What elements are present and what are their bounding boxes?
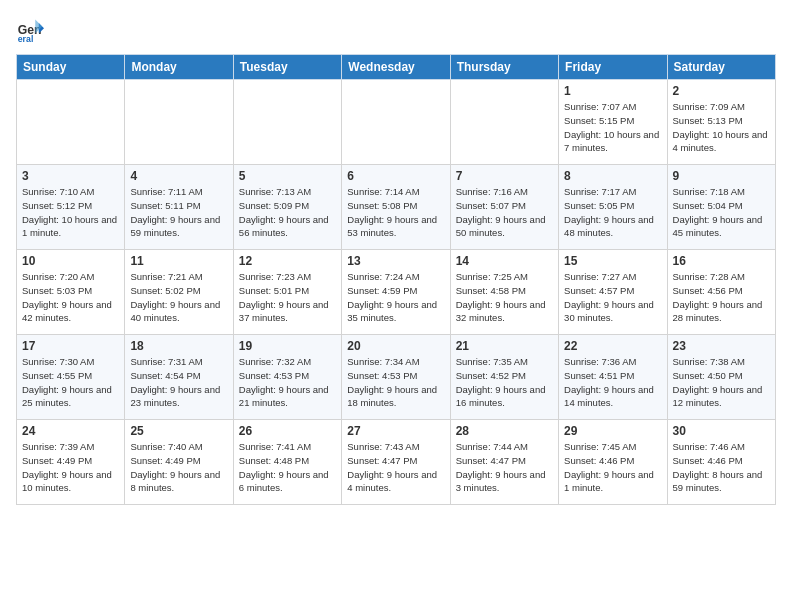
day-number: 16 <box>673 254 770 268</box>
day-info: Sunrise: 7:38 AM Sunset: 4:50 PM Dayligh… <box>673 355 770 410</box>
day-info: Sunrise: 7:10 AM Sunset: 5:12 PM Dayligh… <box>22 185 119 240</box>
day-info: Sunrise: 7:41 AM Sunset: 4:48 PM Dayligh… <box>239 440 336 495</box>
calendar-cell: 21Sunrise: 7:35 AM Sunset: 4:52 PM Dayli… <box>450 335 558 420</box>
day-number: 20 <box>347 339 444 353</box>
day-number: 6 <box>347 169 444 183</box>
day-info: Sunrise: 7:23 AM Sunset: 5:01 PM Dayligh… <box>239 270 336 325</box>
calendar-cell: 4Sunrise: 7:11 AM Sunset: 5:11 PM Daylig… <box>125 165 233 250</box>
day-number: 3 <box>22 169 119 183</box>
calendar-week-row: 17Sunrise: 7:30 AM Sunset: 4:55 PM Dayli… <box>17 335 776 420</box>
calendar-cell: 15Sunrise: 7:27 AM Sunset: 4:57 PM Dayli… <box>559 250 667 335</box>
day-number: 13 <box>347 254 444 268</box>
header-wednesday: Wednesday <box>342 55 450 80</box>
day-info: Sunrise: 7:44 AM Sunset: 4:47 PM Dayligh… <box>456 440 553 495</box>
calendar-cell: 25Sunrise: 7:40 AM Sunset: 4:49 PM Dayli… <box>125 420 233 505</box>
day-info: Sunrise: 7:45 AM Sunset: 4:46 PM Dayligh… <box>564 440 661 495</box>
calendar-cell: 27Sunrise: 7:43 AM Sunset: 4:47 PM Dayli… <box>342 420 450 505</box>
day-info: Sunrise: 7:18 AM Sunset: 5:04 PM Dayligh… <box>673 185 770 240</box>
calendar-cell <box>342 80 450 165</box>
day-number: 27 <box>347 424 444 438</box>
calendar-week-row: 24Sunrise: 7:39 AM Sunset: 4:49 PM Dayli… <box>17 420 776 505</box>
day-number: 7 <box>456 169 553 183</box>
day-info: Sunrise: 7:31 AM Sunset: 4:54 PM Dayligh… <box>130 355 227 410</box>
calendar-cell: 1Sunrise: 7:07 AM Sunset: 5:15 PM Daylig… <box>559 80 667 165</box>
header-friday: Friday <box>559 55 667 80</box>
day-info: Sunrise: 7:40 AM Sunset: 4:49 PM Dayligh… <box>130 440 227 495</box>
calendar-cell: 12Sunrise: 7:23 AM Sunset: 5:01 PM Dayli… <box>233 250 341 335</box>
day-info: Sunrise: 7:32 AM Sunset: 4:53 PM Dayligh… <box>239 355 336 410</box>
day-number: 8 <box>564 169 661 183</box>
day-info: Sunrise: 7:39 AM Sunset: 4:49 PM Dayligh… <box>22 440 119 495</box>
calendar-cell: 2Sunrise: 7:09 AM Sunset: 5:13 PM Daylig… <box>667 80 775 165</box>
day-info: Sunrise: 7:13 AM Sunset: 5:09 PM Dayligh… <box>239 185 336 240</box>
day-number: 17 <box>22 339 119 353</box>
svg-text:eral: eral <box>18 34 34 44</box>
calendar-cell: 23Sunrise: 7:38 AM Sunset: 4:50 PM Dayli… <box>667 335 775 420</box>
calendar-cell: 16Sunrise: 7:28 AM Sunset: 4:56 PM Dayli… <box>667 250 775 335</box>
logo-icon: Gen eral <box>16 16 44 44</box>
page-header: Gen eral <box>16 16 776 44</box>
calendar-cell: 10Sunrise: 7:20 AM Sunset: 5:03 PM Dayli… <box>17 250 125 335</box>
day-info: Sunrise: 7:30 AM Sunset: 4:55 PM Dayligh… <box>22 355 119 410</box>
calendar-cell <box>233 80 341 165</box>
day-number: 24 <box>22 424 119 438</box>
calendar-header-row: SundayMondayTuesdayWednesdayThursdayFrid… <box>17 55 776 80</box>
day-number: 19 <box>239 339 336 353</box>
calendar-cell <box>17 80 125 165</box>
day-info: Sunrise: 7:16 AM Sunset: 5:07 PM Dayligh… <box>456 185 553 240</box>
calendar-cell: 24Sunrise: 7:39 AM Sunset: 4:49 PM Dayli… <box>17 420 125 505</box>
header-thursday: Thursday <box>450 55 558 80</box>
calendar-cell: 26Sunrise: 7:41 AM Sunset: 4:48 PM Dayli… <box>233 420 341 505</box>
day-number: 9 <box>673 169 770 183</box>
calendar-cell: 28Sunrise: 7:44 AM Sunset: 4:47 PM Dayli… <box>450 420 558 505</box>
logo: Gen eral <box>16 16 48 44</box>
calendar-cell: 29Sunrise: 7:45 AM Sunset: 4:46 PM Dayli… <box>559 420 667 505</box>
day-number: 21 <box>456 339 553 353</box>
day-number: 11 <box>130 254 227 268</box>
day-info: Sunrise: 7:34 AM Sunset: 4:53 PM Dayligh… <box>347 355 444 410</box>
calendar-cell: 14Sunrise: 7:25 AM Sunset: 4:58 PM Dayli… <box>450 250 558 335</box>
day-info: Sunrise: 7:14 AM Sunset: 5:08 PM Dayligh… <box>347 185 444 240</box>
day-info: Sunrise: 7:21 AM Sunset: 5:02 PM Dayligh… <box>130 270 227 325</box>
header-tuesday: Tuesday <box>233 55 341 80</box>
day-info: Sunrise: 7:20 AM Sunset: 5:03 PM Dayligh… <box>22 270 119 325</box>
calendar-cell: 7Sunrise: 7:16 AM Sunset: 5:07 PM Daylig… <box>450 165 558 250</box>
header-saturday: Saturday <box>667 55 775 80</box>
day-info: Sunrise: 7:28 AM Sunset: 4:56 PM Dayligh… <box>673 270 770 325</box>
day-info: Sunrise: 7:11 AM Sunset: 5:11 PM Dayligh… <box>130 185 227 240</box>
day-info: Sunrise: 7:27 AM Sunset: 4:57 PM Dayligh… <box>564 270 661 325</box>
calendar-cell: 3Sunrise: 7:10 AM Sunset: 5:12 PM Daylig… <box>17 165 125 250</box>
day-number: 2 <box>673 84 770 98</box>
calendar-table: SundayMondayTuesdayWednesdayThursdayFrid… <box>16 54 776 505</box>
day-info: Sunrise: 7:24 AM Sunset: 4:59 PM Dayligh… <box>347 270 444 325</box>
day-number: 15 <box>564 254 661 268</box>
day-number: 1 <box>564 84 661 98</box>
calendar-week-row: 10Sunrise: 7:20 AM Sunset: 5:03 PM Dayli… <box>17 250 776 335</box>
day-info: Sunrise: 7:46 AM Sunset: 4:46 PM Dayligh… <box>673 440 770 495</box>
day-info: Sunrise: 7:43 AM Sunset: 4:47 PM Dayligh… <box>347 440 444 495</box>
day-number: 14 <box>456 254 553 268</box>
day-number: 12 <box>239 254 336 268</box>
day-info: Sunrise: 7:09 AM Sunset: 5:13 PM Dayligh… <box>673 100 770 155</box>
header-monday: Monday <box>125 55 233 80</box>
calendar-week-row: 3Sunrise: 7:10 AM Sunset: 5:12 PM Daylig… <box>17 165 776 250</box>
calendar-cell: 20Sunrise: 7:34 AM Sunset: 4:53 PM Dayli… <box>342 335 450 420</box>
day-number: 22 <box>564 339 661 353</box>
day-number: 28 <box>456 424 553 438</box>
day-number: 18 <box>130 339 227 353</box>
calendar-cell: 30Sunrise: 7:46 AM Sunset: 4:46 PM Dayli… <box>667 420 775 505</box>
calendar-cell: 17Sunrise: 7:30 AM Sunset: 4:55 PM Dayli… <box>17 335 125 420</box>
day-number: 4 <box>130 169 227 183</box>
day-number: 23 <box>673 339 770 353</box>
calendar-cell: 19Sunrise: 7:32 AM Sunset: 4:53 PM Dayli… <box>233 335 341 420</box>
day-info: Sunrise: 7:17 AM Sunset: 5:05 PM Dayligh… <box>564 185 661 240</box>
day-number: 10 <box>22 254 119 268</box>
calendar-cell: 8Sunrise: 7:17 AM Sunset: 5:05 PM Daylig… <box>559 165 667 250</box>
day-number: 29 <box>564 424 661 438</box>
header-sunday: Sunday <box>17 55 125 80</box>
calendar-cell: 11Sunrise: 7:21 AM Sunset: 5:02 PM Dayli… <box>125 250 233 335</box>
day-number: 30 <box>673 424 770 438</box>
calendar-cell: 13Sunrise: 7:24 AM Sunset: 4:59 PM Dayli… <box>342 250 450 335</box>
calendar-cell: 22Sunrise: 7:36 AM Sunset: 4:51 PM Dayli… <box>559 335 667 420</box>
calendar-cell <box>450 80 558 165</box>
